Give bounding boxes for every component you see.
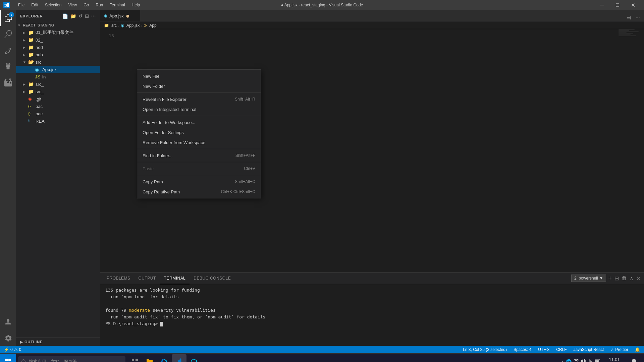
- more-icon[interactable]: ···: [91, 13, 96, 19]
- panel-tab-terminal[interactable]: TERMINAL: [160, 273, 190, 284]
- taskbar-search[interactable]: 搜索应用、文档、网页等: [18, 356, 125, 362]
- tree-folder-src3[interactable]: ▶ 📁 src_: [16, 88, 100, 95]
- ctx-find-in-folder[interactable]: Find in Folder... Shift+Alt+F: [137, 150, 261, 161]
- taskbar-clock[interactable]: 11:01 2021/5/11: [603, 357, 625, 362]
- file-git-label: .git: [36, 97, 41, 102]
- outline-section[interactable]: ▶ OUTLINE: [16, 338, 100, 346]
- tree-folder-nod[interactable]: ▶ 📁 nod: [16, 44, 100, 51]
- tree-file-appjsx[interactable]: ◉ App.jsx: [16, 66, 100, 73]
- terminal-line-5: run `npm audit fix` to fix them, or `npm…: [105, 314, 639, 320]
- ctx-copy-path[interactable]: Copy Path Shift+Alt+C: [137, 177, 261, 187]
- panel-maximize-button[interactable]: ∧: [629, 275, 634, 282]
- editor-content[interactable]: 13 New File New Folder: [100, 29, 644, 272]
- status-eol[interactable]: CRLF: [555, 347, 568, 352]
- tree-file-git[interactable]: ◉ .git: [16, 95, 100, 103]
- panel-tab-output[interactable]: OUTPUT: [135, 273, 160, 284]
- collapse-icon[interactable]: ⊟: [85, 13, 89, 19]
- breadcrumb-symbol[interactable]: App: [149, 23, 156, 28]
- taskbar-edge[interactable]: [157, 354, 172, 362]
- ctx-add-folder[interactable]: Add Folder to Workspace...: [137, 117, 261, 127]
- panel-tab-problems[interactable]: PROBLEMS: [103, 273, 135, 284]
- menu-view[interactable]: View: [65, 2, 79, 8]
- expand-icon[interactable]: ∧: [561, 359, 564, 362]
- ctx-copy-relative-path[interactable]: Copy Relative Path Ctrl+K Ctrl+Shift+C: [137, 187, 261, 197]
- ctx-remove-folder[interactable]: Remove Folder from Workspace: [137, 137, 261, 147]
- tree-file-pac2[interactable]: {} pac: [16, 110, 100, 117]
- menu-help[interactable]: Help: [129, 2, 143, 8]
- status-encoding[interactable]: UTF-8: [537, 347, 551, 352]
- close-button[interactable]: ✕: [625, 0, 641, 10]
- ctx-sep3: [137, 149, 261, 149]
- tree-file-rea[interactable]: ℹ REA: [16, 117, 100, 125]
- breadcrumb-src-icon: 📁: [104, 23, 109, 28]
- tree-root[interactable]: ▼ REACT_STAGING: [16, 21, 100, 29]
- panel-tab-actions: 2: powershell ▼ + ⊟ 🗑 ∧ ✕: [571, 274, 641, 283]
- menu-selection[interactable]: Selection: [42, 2, 64, 8]
- menu-terminal[interactable]: Terminal: [107, 2, 127, 8]
- activity-settings[interactable]: [0, 330, 16, 346]
- menu-file[interactable]: File: [15, 2, 27, 8]
- ctx-new-folder[interactable]: New Folder: [137, 81, 261, 91]
- breadcrumb-file[interactable]: App.jsx: [126, 23, 140, 28]
- terminal-split-button[interactable]: ⊟: [614, 275, 620, 282]
- tree-folder-02[interactable]: ▶ 📁 02_: [16, 36, 100, 44]
- volume-icon[interactable]: [581, 359, 586, 362]
- menu-edit[interactable]: Edit: [29, 2, 41, 8]
- terminal-line-6: PS D:\react_staging>: [105, 320, 639, 327]
- terminal-selector[interactable]: 2: powershell ▼: [571, 275, 606, 282]
- ctx-folder-settings[interactable]: Open Folder Settings: [137, 127, 261, 137]
- ctx-new-file[interactable]: New File: [137, 71, 261, 81]
- status-notification-bell[interactable]: 🔔: [634, 347, 641, 352]
- ime-icon[interactable]: 英: [588, 359, 593, 362]
- minimize-button[interactable]: ─: [594, 0, 610, 10]
- activity-search[interactable]: [0, 26, 16, 42]
- breadcrumb-src[interactable]: src: [111, 23, 117, 28]
- start-button[interactable]: [0, 354, 16, 362]
- tab-appjsx[interactable]: ◉ App.jsx ●: [100, 10, 140, 21]
- titlebar-menus: File Edit Selection View Go Run Terminal…: [15, 2, 143, 8]
- activity-run-debug[interactable]: [0, 58, 16, 74]
- activity-explorer[interactable]: 1: [0, 10, 16, 26]
- tree-folder-pub[interactable]: ▶ 📁 pub: [16, 51, 100, 58]
- tree-folder-src2[interactable]: ▶ 📁 src_: [16, 80, 100, 88]
- status-language[interactable]: JavaScript React: [572, 347, 605, 352]
- more-actions-button[interactable]: ···: [634, 14, 641, 21]
- activity-extensions[interactable]: [0, 74, 16, 90]
- status-prettier[interactable]: ✓ Prettier: [609, 347, 630, 352]
- tree-file-pac1[interactable]: {} pac: [16, 103, 100, 110]
- ctx-open-terminal[interactable]: Open in Integrated Terminal: [137, 104, 261, 114]
- network-icon[interactable]: 🌐: [566, 359, 572, 362]
- activity-source-control[interactable]: [0, 42, 16, 58]
- ctx-reveal[interactable]: Reveal in File Explorer Shift+Alt+R: [137, 94, 261, 104]
- maximize-button[interactable]: □: [610, 0, 625, 10]
- status-errors[interactable]: ⚡ 0 ⚠ 0: [3, 347, 22, 352]
- wifi-icon[interactable]: [574, 359, 579, 362]
- add-terminal-button[interactable]: +: [607, 274, 612, 283]
- status-spaces[interactable]: Spaces: 4: [512, 347, 533, 352]
- status-position-label: Ln 3, Col 25 (3 selected): [463, 347, 507, 352]
- tree-folder-01[interactable]: ▶ 📁 01_脚手架自带文件: [16, 29, 100, 36]
- terminal-line-3: [105, 300, 639, 307]
- tree-folder-src[interactable]: ▼ 📂 src: [16, 58, 100, 66]
- terminal-delete-button[interactable]: 🗑: [621, 275, 628, 282]
- panel-close-button[interactable]: ✕: [636, 275, 641, 282]
- svg-rect-7: [136, 359, 138, 361]
- taskbar-app5[interactable]: [186, 354, 201, 362]
- taskbar-file-explorer[interactable]: [142, 354, 157, 362]
- terminal-content[interactable]: 135 packages are looking for funding run…: [100, 284, 644, 346]
- taskbar-task-view[interactable]: [127, 354, 142, 362]
- new-file-icon[interactable]: 📄: [62, 13, 68, 19]
- refresh-icon[interactable]: ↺: [78, 13, 83, 19]
- activity-accounts[interactable]: [0, 314, 16, 330]
- menu-go[interactable]: Go: [81, 2, 92, 8]
- menu-run[interactable]: Run: [93, 2, 106, 8]
- taskbar-vscode[interactable]: [172, 354, 186, 362]
- new-folder-icon[interactable]: 📁: [70, 13, 76, 19]
- split-editor-button[interactable]: ⫤: [625, 14, 633, 21]
- taskbar-notification[interactable]: [627, 354, 641, 362]
- tree-file-in[interactable]: JS in: [16, 73, 100, 80]
- panel-tab-debug-console[interactable]: DEBUG CONSOLE: [190, 273, 235, 284]
- keyboard-icon[interactable]: [595, 359, 600, 362]
- status-position[interactable]: Ln 3, Col 25 (3 selected): [462, 347, 508, 352]
- status-spaces-label: Spaces: 4: [514, 347, 531, 352]
